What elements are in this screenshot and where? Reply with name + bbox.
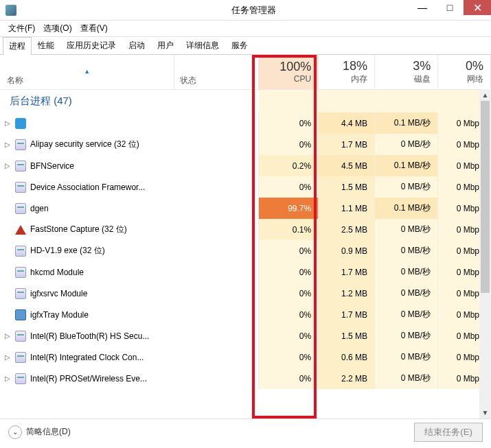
- tab-processes[interactable]: 进程: [3, 37, 32, 55]
- process-icon: [15, 118, 26, 129]
- app-icon: [5, 5, 16, 16]
- tab-services[interactable]: 服务: [225, 36, 254, 54]
- process-row[interactable]: ▷Alipay security service (32 位)0%1.7 MB0…: [0, 134, 491, 155]
- expander-icon[interactable]: ▷: [4, 141, 11, 148]
- chevron-down-icon: ⌄: [8, 425, 22, 439]
- disk-value: 0 MB/秒: [375, 219, 438, 240]
- process-name: Alipay security service (32 位): [30, 139, 139, 150]
- tab-performance[interactable]: 性能: [32, 36, 60, 54]
- process-name: Intel(R) PROSet/Wireless Eve...: [30, 374, 147, 384]
- process-name: BFNService: [30, 161, 74, 171]
- process-name: igfxTray Module: [30, 310, 89, 320]
- menu-file[interactable]: 文件(F): [4, 21, 39, 36]
- memory-value: 2.5 MB: [319, 219, 375, 240]
- memory-value: 4.5 MB: [319, 155, 375, 176]
- disk-value: 0 MB/秒: [375, 134, 438, 155]
- disk-value: 0 MB/秒: [375, 261, 438, 283]
- disk-value: 0.1 MB/秒: [375, 155, 438, 176]
- process-icon: [15, 225, 26, 235]
- end-task-button[interactable]: 结束任务(E): [414, 423, 483, 442]
- memory-value: 1.7 MB: [319, 261, 375, 283]
- process-row[interactable]: igfxsrvc Module0%1.2 MB0 MB/秒0 Mbps: [0, 283, 491, 304]
- process-icon: [15, 139, 26, 150]
- process-row[interactable]: ▷0%4.4 MB0.1 MB/秒0 Mbps: [0, 113, 491, 134]
- vertical-scrollbar[interactable]: ▲ ▼: [479, 89, 491, 418]
- cpu-value: 99.7%: [259, 198, 319, 219]
- disk-value: 0 MB/秒: [375, 325, 438, 346]
- expander-icon[interactable]: ▷: [4, 332, 11, 340]
- tab-startup[interactable]: 启动: [122, 36, 151, 54]
- sort-indicator-icon: ▲: [7, 68, 167, 75]
- process-icon: [15, 182, 26, 193]
- disk-value: 0 MB/秒: [375, 283, 438, 304]
- tab-app-history[interactable]: 应用历史记录: [60, 36, 122, 54]
- scroll-down-icon[interactable]: ▼: [479, 407, 491, 418]
- process-row[interactable]: Device Association Framewor...0%1.5 MB0 …: [0, 176, 491, 198]
- process-row[interactable]: FastStone Capture (32 位)0.1%2.5 MB0 MB/秒…: [0, 219, 491, 240]
- scroll-up-icon[interactable]: ▲: [479, 89, 491, 101]
- process-row[interactable]: ▷Intel(R) BlueTooth(R) HS Secu...0%1.5 M…: [0, 325, 491, 346]
- memory-value: 0.6 MB: [319, 346, 375, 368]
- menu-view[interactable]: 查看(V): [76, 21, 112, 36]
- fewer-details-button[interactable]: ⌄ 简略信息(D): [8, 425, 71, 439]
- disk-value: 0 MB/秒: [375, 346, 438, 368]
- process-icon: [15, 373, 26, 384]
- process-name: igfxsrvc Module: [30, 289, 87, 298]
- menu-options[interactable]: 选项(O): [39, 21, 76, 36]
- process-name: hkcmd Module: [30, 268, 84, 277]
- expander-icon[interactable]: ▷: [4, 375, 11, 382]
- process-icon: [15, 246, 26, 257]
- memory-value: 0.9 MB: [319, 240, 375, 261]
- cpu-value: 0.1%: [259, 219, 319, 240]
- cpu-value: 0%: [259, 134, 319, 155]
- process-row[interactable]: igfxTray Module0%1.7 MB0 MB/秒0 Mbps: [0, 304, 491, 325]
- tab-users[interactable]: 用户: [151, 36, 180, 54]
- process-row[interactable]: hkcmd Module0%1.7 MB0 MB/秒0 Mbps: [0, 261, 491, 283]
- cpu-value: 0%: [259, 176, 319, 198]
- group-label: 后台进程 (47): [0, 89, 259, 113]
- col-header-name[interactable]: ▲ 名称: [0, 55, 174, 89]
- col-header-disk[interactable]: 3% 磁盘: [375, 55, 438, 89]
- cpu-value: 0%: [259, 113, 319, 134]
- process-name: FastStone Capture (32 位): [30, 224, 127, 235]
- col-header-memory[interactable]: 18% 内存: [319, 55, 375, 89]
- disk-value: 0 MB/秒: [375, 240, 438, 261]
- footer: ⌄ 简略信息(D) 结束任务(E): [0, 418, 491, 445]
- tabbar: 进程 性能 应用历史记录 启动 用户 详细信息 服务: [0, 37, 491, 55]
- process-name: dgen: [30, 204, 49, 213]
- disk-value: 0 MB/秒: [375, 176, 438, 198]
- col-header-network[interactable]: 0% 网络: [438, 55, 491, 89]
- process-name: Intel(R) Integrated Clock Con...: [30, 353, 144, 362]
- expander-icon[interactable]: ▷: [4, 162, 11, 169]
- col-header-status[interactable]: 状态: [174, 55, 259, 89]
- memory-value: 1.2 MB: [319, 283, 375, 304]
- process-row[interactable]: ▷Intel(R) Integrated Clock Con...0%0.6 M…: [0, 346, 491, 368]
- cpu-value: 0%: [259, 304, 319, 325]
- cpu-value: 0%: [259, 368, 319, 389]
- memory-value: 1.5 MB: [319, 176, 375, 198]
- cpu-value: 0.2%: [259, 155, 319, 176]
- process-icon: [15, 161, 26, 172]
- expander-icon[interactable]: ▷: [4, 119, 11, 127]
- process-row[interactable]: dgen99.7%1.1 MB0.1 MB/秒0 Mbps: [0, 198, 491, 219]
- expander-icon[interactable]: ▷: [4, 353, 11, 361]
- process-name: HD-V1.9 exe (32 位): [30, 245, 105, 257]
- close-button[interactable]: ✕: [464, 0, 491, 15]
- process-icon: [15, 309, 26, 320]
- disk-value: 0 MB/秒: [375, 368, 438, 389]
- tab-details[interactable]: 详细信息: [180, 36, 225, 54]
- process-name: Device Association Framewor...: [30, 182, 145, 192]
- group-row[interactable]: 后台进程 (47): [0, 89, 491, 113]
- col-header-cpu[interactable]: 100% CPU: [259, 55, 319, 89]
- disk-value: 0.1 MB/秒: [375, 198, 438, 219]
- process-row[interactable]: HD-V1.9 exe (32 位)0%0.9 MB0 MB/秒0 Mbps: [0, 240, 491, 261]
- disk-value: 0 MB/秒: [375, 304, 438, 325]
- scroll-thumb[interactable]: [481, 101, 490, 293]
- process-row[interactable]: ▷Intel(R) PROSet/Wireless Eve...0%2.2 MB…: [0, 368, 491, 389]
- process-icon: [15, 267, 26, 278]
- memory-value: 4.4 MB: [319, 113, 375, 134]
- memory-value: 2.2 MB: [319, 368, 375, 389]
- minimize-button[interactable]: —: [409, 0, 436, 15]
- maximize-button[interactable]: □: [436, 0, 464, 15]
- process-row[interactable]: ▷BFNService0.2%4.5 MB0.1 MB/秒0 Mbps: [0, 155, 491, 176]
